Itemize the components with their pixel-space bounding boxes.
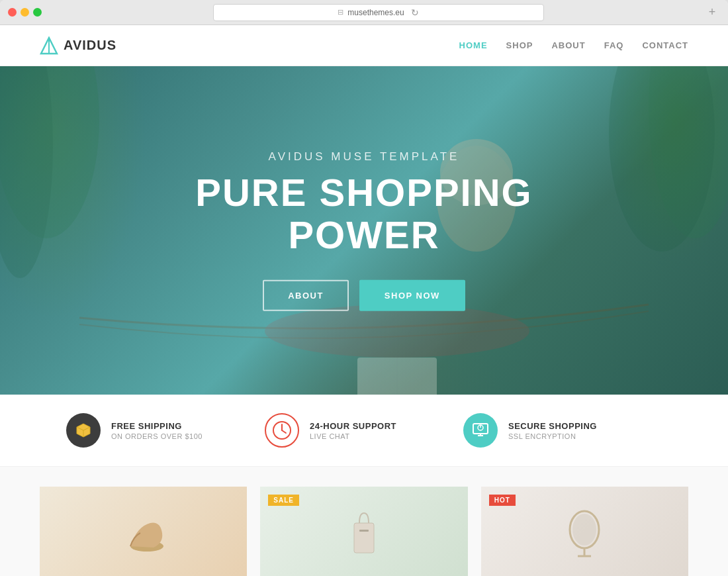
free-shipping-title: FREE SHIPPING — [111, 421, 203, 431]
svg-point-8 — [265, 305, 529, 358]
monitor-icon — [471, 421, 490, 440]
site-navigation: HOME SHOP ABOUT FAQ CONTACT — [459, 40, 688, 50]
minimize-button[interactable] — [21, 8, 29, 17]
hero-title: PURE SHOPPING POWER — [132, 171, 596, 256]
free-shipping-subtitle: ON ORDERS OVER $100 — [111, 432, 203, 440]
maximize-button[interactable] — [33, 8, 42, 17]
product-shoe-icon — [124, 506, 163, 559]
logo[interactable]: AVIDUS — [40, 36, 116, 55]
feature-support: 24-HOUR SUPPORT LIVE CHAT — [265, 413, 463, 448]
support-title: 24-HOUR SUPPORT — [310, 421, 396, 431]
product-grid: SALE HOT — [40, 487, 688, 576]
product-card-2[interactable]: SALE — [260, 487, 467, 576]
secure-subtitle: SSL ENCRYPTION — [508, 432, 597, 440]
product-card-3[interactable]: HOT — [481, 487, 688, 576]
product-mirror-icon — [565, 506, 604, 559]
logo-text: AVIDUS — [64, 38, 116, 53]
nav-home[interactable]: HOME — [459, 40, 488, 50]
site-header: AVIDUS HOME SHOP ABOUT FAQ CONTACT — [0, 25, 728, 66]
hero-content: AVIDUS MUSE TEMPLATE PURE SHOPPING POWER… — [132, 150, 596, 311]
svg-rect-24 — [354, 523, 374, 553]
refresh-icon[interactable]: ↻ — [411, 7, 419, 18]
secure-text: SECURE SHOPPING SSL ENCRYPTION — [508, 421, 597, 440]
hero-buttons: ABOUT SHOP NOW — [132, 279, 596, 311]
lock-icon: ⊟ — [338, 8, 343, 17]
hero-subtitle: AVIDUS MUSE TEMPLATE — [132, 150, 596, 164]
browser-titlebar: ⊟ musethemes.eu ↻ + — [0, 0, 728, 25]
nav-faq[interactable]: FAQ — [604, 40, 624, 50]
features-bar: FREE SHIPPING ON ORDERS OVER $100 24-HOU… — [0, 395, 728, 467]
products-section: SALE HOT — [0, 467, 728, 576]
close-button[interactable] — [8, 8, 17, 17]
shop-now-button[interactable]: SHOP NOW — [359, 279, 465, 311]
feature-secure: SECURE SHOPPING SSL ENCRYPTION — [463, 413, 662, 448]
secure-title: SECURE SHOPPING — [508, 421, 597, 431]
feature-free-shipping: FREE SHIPPING ON ORDERS OVER $100 — [66, 413, 265, 448]
product-image-1 — [40, 487, 247, 576]
website-content: AVIDUS HOME SHOP ABOUT FAQ CONTACT — [0, 25, 728, 576]
nav-contact[interactable]: CONTACT — [642, 40, 688, 50]
window-controls — [8, 8, 42, 17]
svg-point-3 — [0, 66, 53, 278]
svg-rect-25 — [359, 530, 369, 532]
product-bag-icon — [347, 506, 381, 559]
sale-badge: SALE — [268, 495, 299, 506]
address-bar[interactable]: ⊟ musethemes.eu ↻ — [213, 4, 544, 21]
support-icon-wrap — [265, 413, 299, 448]
url-text: musethemes.eu — [347, 8, 404, 17]
svg-line-17 — [282, 430, 286, 433]
browser-window: ⊟ musethemes.eu ↻ + AVIDUS HOME SHOP ABO… — [0, 0, 728, 576]
about-button[interactable]: ABOUT — [263, 279, 349, 311]
hot-badge: HOT — [489, 495, 516, 506]
support-text: 24-HOUR SUPPORT LIVE CHAT — [310, 421, 396, 440]
clock-icon — [272, 420, 292, 440]
free-shipping-icon-wrap — [66, 413, 101, 448]
new-tab-button[interactable]: + — [704, 5, 720, 21]
nav-shop[interactable]: SHOP — [506, 40, 533, 50]
logo-icon — [40, 36, 58, 55]
secure-icon-wrap — [463, 413, 498, 448]
svg-point-27 — [572, 514, 596, 546]
product-card-1[interactable] — [40, 487, 247, 576]
hero-section: AVIDUS MUSE TEMPLATE PURE SHOPPING POWER… — [0, 66, 728, 395]
address-bar-wrapper: ⊟ musethemes.eu ↻ — [52, 4, 704, 21]
free-shipping-text: FREE SHIPPING ON ORDERS OVER $100 — [111, 421, 203, 440]
support-subtitle: LIVE CHAT — [310, 432, 396, 440]
box-icon — [75, 422, 92, 439]
nav-about[interactable]: ABOUT — [551, 40, 585, 50]
